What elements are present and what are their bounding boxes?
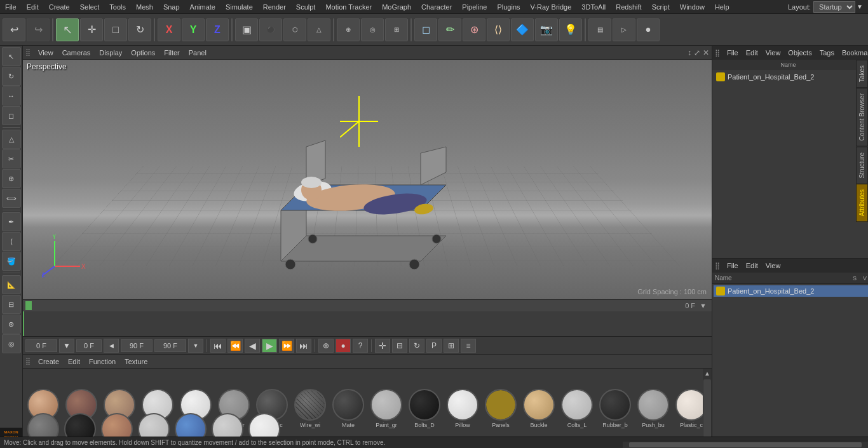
sidebar-magnet[interactable]: ⟨ <box>2 232 21 251</box>
maximize-icon[interactable]: ⤢ <box>694 48 700 57</box>
obj-menu-file[interactable]: File <box>724 48 742 58</box>
sidebar-move[interactable]: ↖ <box>2 47 21 66</box>
viewport-menu-panel[interactable]: Panel <box>185 48 210 58</box>
menu-3dtoall[interactable]: 3DToAll <box>576 2 611 12</box>
scene-tool[interactable]: 🔷 <box>511 18 534 41</box>
close-viewport-icon[interactable]: ✕ <box>703 48 709 57</box>
sidebar-normal[interactable]: ⊛ <box>2 315 21 334</box>
menu-snap[interactable]: Snap <box>158 2 185 12</box>
material-menu-edit[interactable]: Edit <box>64 356 84 367</box>
prev-frame-input[interactable] <box>76 339 102 352</box>
scale-tool[interactable]: □ <box>104 18 127 41</box>
viewport-menu-display[interactable]: Display <box>95 48 126 58</box>
sidebar-rotate[interactable]: ↻ <box>2 67 21 86</box>
material-colts[interactable]: Colts_L <box>559 389 595 428</box>
tab-attributes[interactable]: Attributes <box>856 184 868 222</box>
viewport-menu-view[interactable]: View <box>34 48 57 58</box>
tab-structure[interactable]: Structure <box>856 147 868 184</box>
menu-file[interactable]: File <box>0 2 22 12</box>
sidebar-measure[interactable]: 📐 <box>2 275 21 294</box>
move-tool[interactable]: ✛ <box>80 18 103 41</box>
menu-window[interactable]: Window <box>675 2 710 12</box>
menu-select[interactable]: Select <box>75 2 105 12</box>
tab-content-browser[interactable]: Content Browser <box>856 88 868 146</box>
menu-edit[interactable]: Edit <box>22 2 44 12</box>
auto-key-btn[interactable]: ● <box>336 339 351 353</box>
menu-create[interactable]: Create <box>44 2 75 12</box>
tab-takes[interactable]: Takes <box>856 60 868 88</box>
menu-help[interactable]: Help <box>710 2 735 12</box>
component-mode[interactable]: ⚫ <box>259 18 282 41</box>
scroll-up[interactable]: ▲ <box>703 369 712 378</box>
material-menu-create[interactable]: Create <box>34 356 63 367</box>
viewport-menu-options[interactable]: Options <box>127 48 159 58</box>
sidebar-bridge[interactable]: ⟺ <box>2 189 21 208</box>
menu-motion-tracker[interactable]: Motion Tracker <box>320 2 377 12</box>
del-keyframe[interactable]: ⊟ <box>392 339 407 353</box>
add-keyframe[interactable]: ✛ <box>375 339 390 353</box>
obj-menu-tags[interactable]: Tags <box>817 48 837 58</box>
attr-menu-view[interactable]: View <box>763 261 784 271</box>
scroll-thumb[interactable] <box>703 379 711 438</box>
obj-menu-bookmarks[interactable]: Bookmar <box>839 48 868 58</box>
object-mode[interactable]: ▣ <box>235 18 258 41</box>
sidebar-knife[interactable]: ✂ <box>2 149 21 168</box>
sidebar-pen[interactable]: ✒ <box>2 212 21 231</box>
key-timeline[interactable]: ≡ <box>461 339 476 353</box>
material-paint2[interactable]: Paint_gr <box>369 389 404 428</box>
menu-render[interactable]: Render <box>258 2 291 12</box>
select-tool[interactable]: ↖ <box>56 18 79 41</box>
menu-character[interactable]: Character <box>416 2 457 12</box>
obj-menu-view[interactable]: View <box>763 48 784 58</box>
sidebar-scale[interactable]: ↔ <box>2 86 21 105</box>
frame-arrows[interactable]: ◀ <box>104 339 119 353</box>
bottom-scrollbar[interactable] <box>623 442 868 448</box>
material-menu-function[interactable]: Function <box>85 356 119 367</box>
obj-menu-edit[interactable]: Edit <box>743 48 761 58</box>
key-record[interactable]: P <box>426 339 442 353</box>
material-pillow[interactable]: Pillow <box>445 389 480 428</box>
play-backward[interactable]: ◀ <box>245 339 260 353</box>
material-panels[interactable]: Panels <box>483 389 519 428</box>
help-btn[interactable]: ? <box>353 339 368 353</box>
camera-tool[interactable]: 📷 <box>535 18 558 41</box>
menu-mograph[interactable]: MoGraph <box>377 2 416 12</box>
sidebar-select[interactable]: ◻ <box>2 106 21 125</box>
menu-animate[interactable]: Animate <box>185 2 220 12</box>
end-frame-input[interactable] <box>121 339 153 352</box>
redo-button[interactable]: ↪ <box>27 18 50 41</box>
snap-btn[interactable]: ⊕ <box>337 18 360 41</box>
menu-simulate[interactable]: Simulate <box>220 2 258 12</box>
move-viewport-icon[interactable]: ↕ <box>688 48 691 57</box>
menu-plugins[interactable]: Plugins <box>492 2 525 12</box>
deform-tool[interactable]: ⟨⟩ <box>487 18 510 41</box>
tool5[interactable]: ◎ <box>361 18 384 41</box>
sidebar-paintbucket[interactable]: 🪣 <box>2 252 21 271</box>
x-axis[interactable]: X <box>158 18 180 41</box>
render-output[interactable]: ⏺ <box>637 18 660 41</box>
material-push[interactable]: Push_bu <box>635 389 671 428</box>
material-wire[interactable]: Wire_wi <box>292 389 328 428</box>
key-grid[interactable]: ⊞ <box>444 339 459 353</box>
viewport-menu-filter[interactable]: Filter <box>160 48 183 58</box>
sidebar-poly[interactable]: △ <box>2 130 21 149</box>
menu-pipeline[interactable]: Pipeline <box>457 2 492 12</box>
current-frame-input[interactable] <box>25 339 57 352</box>
gen-tool[interactable]: ⊛ <box>463 18 485 41</box>
obj-item-patient-bed[interactable]: Patient_on_Hospital_Bed_2 <box>714 71 868 83</box>
sidebar-align[interactable]: ⊟ <box>2 295 21 314</box>
menu-mesh[interactable]: Mesh <box>131 2 158 12</box>
frame-step-right[interactable]: ▼ <box>188 339 203 353</box>
edge-mode[interactable]: ⬡ <box>283 18 306 41</box>
attr-item-patient-bed[interactable]: Patient_on_Hospital_Bed_2 <box>714 285 868 297</box>
menu-vray[interactable]: V-Ray Bridge <box>526 2 577 12</box>
menu-redshift[interactable]: Redshift <box>611 2 646 12</box>
spline-tool[interactable]: ✏ <box>438 18 461 41</box>
menu-sculpt[interactable]: Sculpt <box>291 2 321 12</box>
menu-script[interactable]: Script <box>647 2 675 12</box>
cube-object[interactable]: ◻ <box>414 18 437 41</box>
undo-button[interactable]: ↩ <box>3 18 25 41</box>
goto-end[interactable]: ⏭ <box>296 339 311 353</box>
viewport-menu-cameras[interactable]: Cameras <box>58 48 95 58</box>
timeline-track[interactable] <box>23 311 712 336</box>
